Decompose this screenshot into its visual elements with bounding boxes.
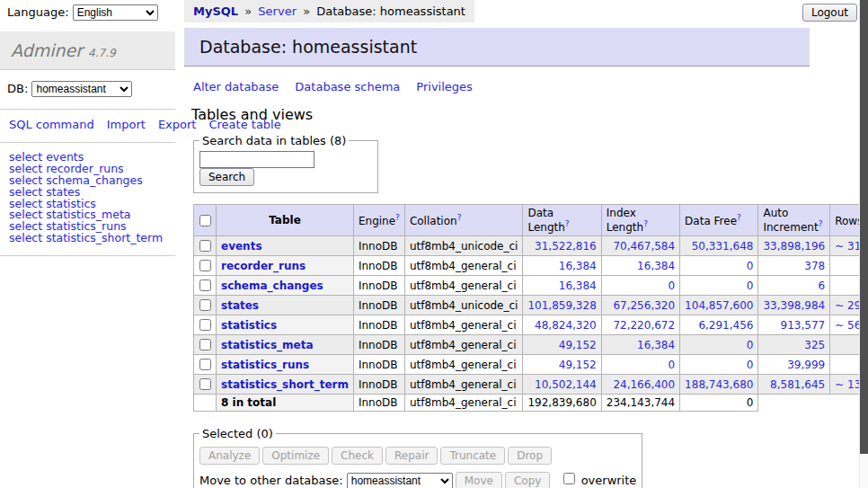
search-input[interactable] xyxy=(199,151,314,168)
row-checkbox[interactable] xyxy=(199,260,211,271)
sidebar-menu-link[interactable]: SQL command xyxy=(9,118,94,131)
breadcrumb-server-link[interactable]: Server xyxy=(258,4,297,18)
language-row: Language: English xyxy=(0,0,175,25)
auto-increment-cell[interactable]: 33,398,984 xyxy=(758,296,830,315)
auto-increment-cell[interactable]: 378 xyxy=(758,256,830,276)
data-free-cell: 50,331,648 xyxy=(680,236,758,256)
overwrite-checkbox[interactable] xyxy=(563,473,575,484)
table-row: recorder_runsInnoDButf8mb4_general_ci16,… xyxy=(194,256,868,276)
logout-button[interactable]: Logout xyxy=(802,4,857,22)
sidebar-menu-link[interactable]: Create table xyxy=(208,118,280,131)
row-checkbox-cell xyxy=(194,375,217,395)
db-select[interactable]: homeassistant xyxy=(31,81,132,97)
selected-action-button[interactable]: Drop xyxy=(508,447,552,465)
move-label: Move to other database: xyxy=(199,474,343,487)
help-link[interactable]: ? xyxy=(643,219,648,228)
table-name-cell: statistics_runs xyxy=(217,355,354,375)
collation-cell: utf8mb4_general_ci xyxy=(404,355,523,375)
selected-action-button[interactable]: Optimize xyxy=(262,447,329,465)
help-link[interactable]: ? xyxy=(395,213,400,222)
help-link[interactable]: ? xyxy=(457,213,462,222)
index-length-cell: 70,467,584 xyxy=(601,236,679,256)
auto-increment-cell[interactable]: 39,999 xyxy=(758,355,830,375)
selected-buttons: AnalyzeOptimizeCheckRepairTruncateDrop xyxy=(199,447,636,465)
row-checkbox[interactable] xyxy=(199,319,211,331)
column-header-collation: Collation? xyxy=(404,205,523,236)
selected-action-button[interactable]: Check xyxy=(332,447,383,465)
data-free-cell: 0 xyxy=(680,276,758,296)
row-checkbox[interactable] xyxy=(199,240,211,252)
sidebar-table-row: select statistics_short_term xyxy=(9,233,175,244)
help-link[interactable]: ? xyxy=(737,213,741,222)
total-index-length-cell: 234,143,744 xyxy=(601,395,679,412)
selected-action-button[interactable]: Analyze xyxy=(199,447,260,465)
auto-increment-cell[interactable]: 6 xyxy=(758,276,830,296)
language-select[interactable]: English xyxy=(73,4,158,21)
move-db-select[interactable]: homeassistant xyxy=(347,473,453,488)
database-action-link[interactable]: Privileges xyxy=(416,80,473,93)
row-checkbox[interactable] xyxy=(199,359,211,370)
database-action-link[interactable]: Alter database xyxy=(193,80,279,93)
database-action-link[interactable]: Database schema xyxy=(295,80,400,93)
vertical-scrollbar[interactable] xyxy=(859,0,868,488)
row-checkbox-cell xyxy=(194,355,217,375)
auto-increment-cell[interactable]: 325 xyxy=(758,335,830,355)
table-name-link[interactable]: schema_changes xyxy=(221,279,323,292)
table-name-link[interactable]: recorder_runs xyxy=(221,260,306,272)
selected-action-button[interactable]: Truncate xyxy=(440,447,505,465)
table-name-link[interactable]: statistics_runs xyxy=(221,359,309,371)
column-header-data-free: Data Free? xyxy=(680,205,758,236)
auto-increment-cell[interactable]: 913,577 xyxy=(758,315,830,335)
table-name-link[interactable]: events xyxy=(221,240,262,253)
engine-cell: InnoDB xyxy=(353,296,404,315)
row-checkbox[interactable] xyxy=(199,279,211,291)
auto-increment-cell[interactable]: 33,898,196 xyxy=(758,236,830,256)
row-checkbox[interactable] xyxy=(199,299,211,311)
index-length-cell: 16,384 xyxy=(601,335,679,355)
sidebar-table-link[interactable]: statistics_short_term xyxy=(46,231,163,244)
collation-cell: utf8mb4_general_ci xyxy=(404,335,523,355)
main-content: MySQL » Server » Database: homeassistant… xyxy=(184,0,810,488)
breadcrumb-mysql-link[interactable]: MySQL xyxy=(193,4,238,18)
select-data-link[interactable]: select xyxy=(9,231,42,244)
db-selector-row: DB: homeassistant xyxy=(0,70,175,110)
sidebar-menu-link[interactable]: Export xyxy=(158,118,197,131)
selected-action-button[interactable]: Repair xyxy=(385,447,438,465)
overwrite-label: overwrite xyxy=(581,474,637,487)
index-length-cell: 72,220,672 xyxy=(601,315,679,335)
move-action-button[interactable]: Copy xyxy=(505,472,550,488)
row-checkbox[interactable] xyxy=(199,339,211,350)
total-label-cell: 8 in total xyxy=(217,395,354,412)
scrollbar-thumb[interactable] xyxy=(860,0,868,454)
search-fieldset: Search data in tables (8) Search xyxy=(193,134,378,193)
data-length-cell: 49,152 xyxy=(523,335,601,355)
db-label: DB: xyxy=(7,82,28,95)
selected-legend: Selected (0) xyxy=(199,427,276,440)
select-all-checkbox[interactable] xyxy=(199,215,211,226)
move-row: Move to other database: homeassistantMov… xyxy=(199,470,636,488)
selected-fieldset: Selected (0) AnalyzeOptimizeCheckRepairT… xyxy=(193,427,642,488)
table-name-link[interactable]: statistics xyxy=(221,319,277,332)
search-button[interactable]: Search xyxy=(199,168,254,186)
help-link[interactable]: ? xyxy=(565,219,570,228)
engine-cell: InnoDB xyxy=(353,355,404,375)
table-name-cell: statistics_short_term xyxy=(217,375,354,395)
table-name-link[interactable]: states xyxy=(221,299,259,312)
table-name-cell: recorder_runs xyxy=(217,256,354,276)
move-action-button[interactable]: Move xyxy=(456,472,502,488)
sidebar-menu-link[interactable]: Import xyxy=(107,118,146,131)
table-row: statisticsInnoDButf8mb4_general_ci48,824… xyxy=(194,315,868,335)
app-name: Adminer xyxy=(11,40,83,60)
row-checkbox[interactable] xyxy=(199,378,211,390)
total-data-length-cell: 192,839,680 xyxy=(523,395,601,412)
auto-increment-cell[interactable]: 8,581,645 xyxy=(758,375,830,395)
table-name-cell: schema_changes xyxy=(217,276,354,296)
data-free-cell: 104,857,600 xyxy=(680,296,758,315)
total-empty-cell xyxy=(194,395,217,412)
table-name-link[interactable]: statistics_short_term xyxy=(221,378,349,391)
breadcrumb-separator: » xyxy=(303,4,310,18)
help-link[interactable]: ? xyxy=(819,219,823,228)
table-name-link[interactable]: statistics_meta xyxy=(221,339,314,351)
column-header-auto-increment: Auto Increment? xyxy=(758,205,830,236)
index-length-cell: 0 xyxy=(601,276,679,296)
